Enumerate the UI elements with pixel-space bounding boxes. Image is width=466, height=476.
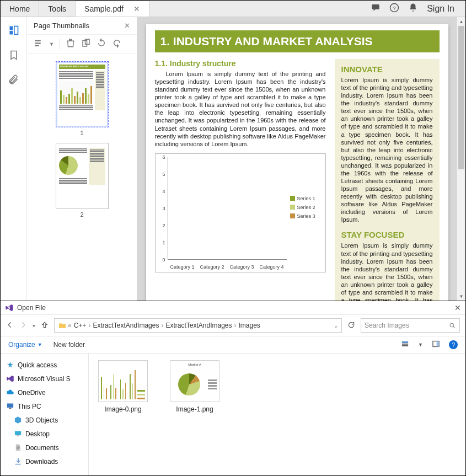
tree-this-pc[interactable]: This PC [4,399,85,413]
tab-bar: Home Tools Sample.pdf ✕ ? Sign In [1,1,465,17]
search-input[interactable]: Search Images [361,318,460,333]
file-open-dialog: Open File ✕ ▾ « C++ › ExtractTextAndImag… [1,301,465,475]
tree-quick-access[interactable]: Quick access [4,358,85,372]
svg-rect-21 [17,447,20,447]
svg-rect-5 [14,26,18,35]
refresh-button[interactable] [347,321,355,330]
svg-rect-8 [35,45,39,46]
svg-text:?: ? [393,5,396,11]
recent-dropdown-icon[interactable]: ▾ [33,323,35,329]
svg-rect-12 [402,341,408,343]
bar-chart: 0123456 Category 1Category 2Category 3Ca… [155,153,326,272]
rotate-ccw-icon[interactable] [97,38,106,50]
close-dialog-icon[interactable]: ✕ [454,303,461,312]
svg-rect-0 [372,4,379,9]
close-panel-icon[interactable]: ✕ [124,22,130,30]
address-dropdown-icon[interactable]: ⌄ [334,323,338,329]
svg-rect-14 [402,345,408,346]
back-button[interactable] [6,321,14,330]
breadcrumb-item[interactable]: ExtractTextAndImages [164,322,233,329]
attachment-icon[interactable] [8,74,19,87]
file-item[interactable]: Image-0.png [95,360,151,413]
svg-rect-16 [437,341,439,347]
help-button[interactable]: ? [449,340,458,349]
thumbnail-page-2[interactable]: 2 [56,143,109,218]
dialog-titlebar: Open File ✕ [1,301,465,315]
rotate-page-icon[interactable] [81,38,91,50]
svg-rect-20 [17,436,19,436]
chat-icon[interactable] [371,3,381,14]
tree-desktop[interactable]: Desktop [4,427,85,441]
thumbnails-panel: Page Thumbnails ✕ ▼ INDUSTRY AND MARKET [27,17,137,301]
explorer-toolbar: Organize▼ New folder ▼ ? [1,336,465,354]
tab-tools[interactable]: Tools [39,1,76,17]
page-1: 1. INDUSTRY AND MARKET ANALYSIS 1.1. Ind… [146,24,448,301]
section-title: 1.1. Industry structure [155,59,326,68]
svg-rect-17 [7,404,13,408]
file-name-label: Image-0.png [104,405,141,413]
svg-rect-7 [35,42,41,44]
tab-document[interactable]: Sample.pdf ✕ [76,1,149,17]
help-icon[interactable]: ? [389,3,399,14]
tree-downloads[interactable]: Downloads [4,454,85,468]
file-thumbnail [98,360,148,402]
file-thumbnail: Market A [170,360,219,402]
svg-rect-4 [9,31,13,35]
search-placeholder: Search Images [365,322,409,329]
dropdown-icon[interactable]: ▼ [49,41,54,47]
dialog-title: Open File [17,304,46,312]
svg-rect-24 [15,464,21,464]
new-folder-button[interactable]: New folder [53,341,85,349]
tree-3d-objects[interactable]: 3D Objects [4,413,85,427]
svg-point-11 [450,323,454,327]
sign-in-link[interactable]: Sign In [427,4,454,14]
options-icon[interactable] [34,38,44,50]
nav-bar: ▾ « C++ › ExtractTextAndImages › Extract… [1,315,465,336]
bell-icon[interactable] [408,3,418,14]
svg-rect-6 [35,40,41,41]
thumbnails-title: Page Thumbnails [34,22,89,30]
breadcrumb-item[interactable]: ExtractTextAndImages [92,322,160,329]
svg-rect-23 [17,448,19,449]
breadcrumb-item[interactable]: Images [238,322,261,329]
delete-icon[interactable] [66,38,76,50]
tree-onedrive[interactable]: OneDrive [4,386,85,399]
side-heading-innovate: INNOVATE [341,65,433,74]
file-list: Image-0.png Market A Image-1.png [89,354,465,475]
folder-icon [58,321,67,330]
bookmark-icon[interactable] [8,50,19,62]
doc-banner: 1. INDUSTRY AND MARKET ANALYSIS [155,30,440,52]
up-button[interactable] [41,321,49,330]
thumbnails-icon[interactable] [8,25,19,38]
breadcrumb-item[interactable]: C++ [73,322,88,329]
visual-studio-icon [5,303,14,312]
thumbnail-page-1-number: 1 [80,130,83,136]
side-heading-stay-focused: STAY FOCUSED [341,230,433,239]
file-item[interactable]: Market A Image-1.png [167,360,222,413]
forward-button[interactable] [19,321,27,330]
organize-menu[interactable]: Organize▼ [8,341,42,349]
body-paragraph: Lorem Ipsum is simply dummy text of the … [155,70,326,148]
thumbnail-page-1[interactable]: INDUSTRY AND MARKET ANALYSIS [56,61,109,136]
tab-home[interactable]: Home [1,1,39,17]
tab-document-label: Sample.pdf [84,4,124,13]
document-viewer[interactable]: 1. INDUSTRY AND MARKET ANALYSIS 1.1. Ind… [137,17,465,301]
svg-rect-3 [9,26,13,30]
preview-pane-icon[interactable] [432,340,440,350]
tree-visual-studio[interactable]: Microsoft Visual S [4,372,85,386]
thumbnails-toolbar: ▼ [27,35,137,54]
thumbnail-page-2-number: 2 [80,211,83,218]
view-mode-dropdown-icon[interactable]: ▼ [418,342,423,347]
svg-rect-18 [9,408,12,409]
close-tab-icon[interactable]: ✕ [133,4,140,13]
left-rail [1,17,27,301]
side-para-1: Lorem Ipsum is simply dummy text of the … [341,76,433,223]
svg-rect-13 [402,344,408,345]
tree-documents[interactable]: Documents [4,441,85,454]
rotate-cw-icon[interactable] [112,38,122,50]
view-mode-icon[interactable] [401,340,409,350]
address-bar[interactable]: « C++ › ExtractTextAndImages › ExtractTe… [54,318,342,333]
search-icon [449,322,456,329]
vertical-scrollbar[interactable]: ▲ ▼ [457,17,465,301]
pdf-reader-window: Home Tools Sample.pdf ✕ ? Sign In Pag [1,1,465,301]
